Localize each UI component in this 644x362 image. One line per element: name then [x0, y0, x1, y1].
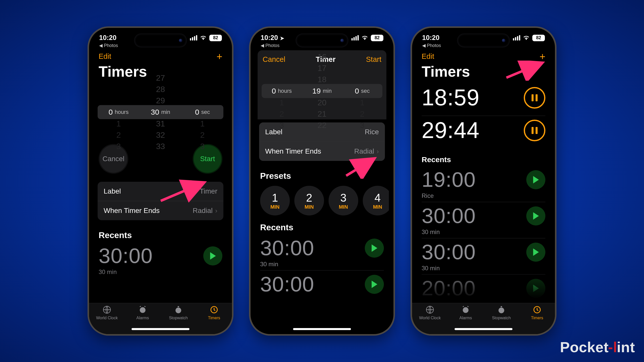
timer-icon	[209, 305, 219, 315]
add-button[interactable]: +	[540, 54, 545, 60]
phone-screen-2: 10:20 ➤ 82 ◀ Photos Cancel Timer Start 0…	[251, 28, 393, 334]
nav-bar: Edit +	[94, 48, 227, 62]
home-indicator[interactable]	[293, 328, 351, 330]
tab-world-clock[interactable]: World Clock	[93, 305, 121, 320]
time-picker[interactable]: 0hours 19min 0sec 123 161718 202122 123	[262, 67, 382, 115]
svg-rect-3	[178, 306, 179, 307]
active-timer[interactable]: 29:44	[417, 116, 550, 144]
play-button[interactable]	[526, 279, 545, 298]
alarm-icon	[138, 305, 148, 315]
recent-item[interactable]: 20:00	[417, 275, 550, 301]
svg-point-2	[176, 308, 181, 313]
when-ends-row[interactable]: When Timer Ends Radial›	[259, 142, 385, 161]
phone-frame-1: 10:20 82 ◀ Photos Edit + Timers 0hours 3…	[88, 26, 233, 336]
sheet-body: 0hours 19min 0sec 123 161718 202122 123	[258, 67, 386, 119]
dynamic-island	[134, 33, 187, 48]
recent-sub: 30 min	[255, 261, 389, 270]
recent-item[interactable]: 30:00	[255, 270, 389, 297]
home-indicator[interactable]	[455, 328, 512, 330]
dynamic-island	[457, 33, 510, 48]
recent-sub: 30 min	[94, 268, 227, 279]
play-button[interactable]	[526, 206, 545, 225]
play-button[interactable]	[365, 275, 384, 294]
battery-icon: 82	[209, 35, 222, 41]
status-time: 10:20	[261, 34, 278, 41]
settings-group: Label Timer When Timer Ends Radial›	[98, 182, 223, 220]
battery-icon: 82	[532, 35, 545, 41]
phone-frame-2: 10:20 ➤ 82 ◀ Photos Cancel Timer Start 0…	[249, 26, 395, 336]
cellular-icon	[190, 35, 197, 40]
battery-icon: 82	[371, 35, 383, 41]
recent-sub: Rice	[417, 192, 550, 202]
start-button[interactable]: Start	[193, 144, 222, 174]
play-button[interactable]	[526, 170, 545, 189]
stopwatch-icon	[496, 305, 506, 315]
active-sub: 30 min	[417, 144, 550, 148]
picker-selection: 0hours 19min 0sec	[262, 84, 382, 98]
location-icon: ➤	[280, 35, 284, 41]
tab-timers[interactable]: Timers	[523, 305, 551, 320]
home-indicator[interactable]	[132, 328, 189, 330]
alarm-icon	[461, 305, 471, 315]
recents-header: Recents	[94, 223, 227, 242]
start-button[interactable]: Start	[366, 55, 381, 64]
phone-screen-1: 10:20 82 ◀ Photos Edit + Timers 0hours 3…	[89, 28, 232, 334]
edit-button[interactable]: Edit	[422, 52, 434, 61]
tab-alarms[interactable]: Alarms	[452, 305, 479, 320]
tab-stopwatch[interactable]: Stopwatch	[165, 305, 192, 320]
play-button[interactable]	[203, 246, 222, 265]
recents-header: Recents	[255, 215, 389, 234]
recent-item[interactable]: 30:00	[255, 234, 389, 261]
status-time: 10:20	[99, 34, 116, 42]
active-sub: Rice	[417, 111, 550, 116]
label-row[interactable]: Label Timer	[98, 182, 223, 201]
chevron-right-icon: ›	[377, 148, 379, 155]
wifi-icon	[361, 35, 368, 41]
recent-item[interactable]: 30:00	[94, 242, 227, 268]
presets-header: Presets	[255, 164, 389, 183]
tab-timers[interactable]: Timers	[200, 305, 228, 320]
globe-icon	[425, 305, 435, 315]
edit-button[interactable]: Edit	[99, 52, 111, 61]
recent-sub: 30 min	[417, 265, 550, 274]
cancel-button[interactable]: Cancel	[99, 144, 128, 174]
page-title: Timers	[417, 62, 550, 83]
recents-header: Recents	[417, 148, 550, 166]
watermark: Pocket-lint	[560, 339, 635, 355]
tab-alarms[interactable]: Alarms	[129, 305, 156, 320]
recent-sub: 30 min	[417, 229, 550, 238]
svg-point-8	[463, 307, 469, 313]
preset-2[interactable]: 2MIN	[294, 186, 324, 215]
preset-4[interactable]: 4MIN	[363, 186, 389, 215]
pause-button[interactable]	[524, 87, 545, 109]
add-button[interactable]: +	[217, 54, 222, 60]
picker-selection: 0hours 30min 0sec	[98, 105, 223, 119]
cellular-icon	[351, 35, 359, 40]
tab-stopwatch[interactable]: Stopwatch	[488, 305, 515, 320]
active-timer[interactable]: 18:59	[417, 83, 550, 111]
when-ends-row[interactable]: When Timer Ends Radial›	[98, 201, 223, 220]
tab-world-clock[interactable]: World Clock	[416, 305, 444, 320]
phone-frame-3: 10:20 82 ◀ Photos Edit + Timers 18:59 Ri…	[411, 26, 556, 336]
recent-item[interactable]: 30:00	[417, 202, 550, 229]
status-time: 10:20	[422, 34, 439, 42]
nav-bar: Edit +	[417, 48, 550, 62]
recent-item[interactable]: 30:00	[417, 238, 550, 265]
preset-3[interactable]: 3MIN	[329, 186, 358, 215]
pause-button[interactable]	[524, 120, 545, 141]
preset-1[interactable]: 1MIN	[260, 186, 290, 215]
wifi-icon	[200, 35, 207, 41]
stopwatch-icon	[173, 305, 183, 315]
cellular-icon	[513, 35, 520, 40]
time-picker[interactable]: 0hours 30min 0sec 123 272829 313233 123	[98, 88, 223, 136]
svg-rect-10	[501, 306, 502, 307]
play-button[interactable]	[365, 239, 384, 258]
play-button[interactable]	[526, 243, 545, 262]
wifi-icon	[523, 35, 530, 41]
svg-point-1	[140, 307, 146, 313]
presets-row[interactable]: 1MIN 2MIN 3MIN 4MIN M	[255, 183, 389, 215]
phone-screen-3: 10:20 82 ◀ Photos Edit + Timers 18:59 Ri…	[412, 28, 555, 334]
recent-item[interactable]: 19:00	[417, 166, 550, 192]
timer-icon	[532, 305, 542, 315]
svg-point-9	[499, 308, 504, 313]
